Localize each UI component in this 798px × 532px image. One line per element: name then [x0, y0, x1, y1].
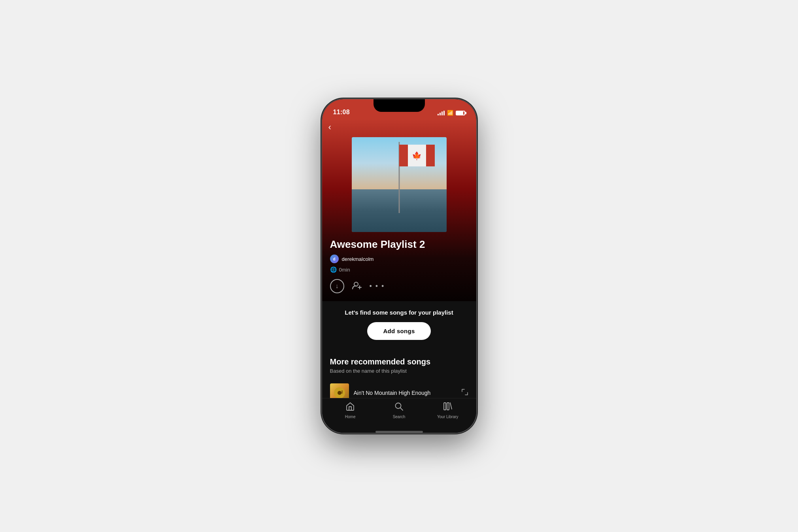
nav-item-search[interactable]: Search — [375, 402, 423, 419]
song-actions-1 — [461, 389, 468, 397]
actions-row: ↓ • • • — [322, 279, 476, 293]
notch — [374, 99, 425, 112]
creator-name[interactable]: derekmalcolm — [342, 256, 374, 262]
recommended-title: More recommended songs — [330, 357, 468, 366]
status-bar: 11:08 📶 — [322, 99, 476, 119]
wifi-icon: 📶 — [447, 110, 453, 116]
svg-line-13 — [400, 408, 403, 411]
nav-item-library[interactable]: Your Library — [423, 402, 472, 419]
nav-label-library: Your Library — [437, 415, 458, 419]
download-button[interactable]: ↓ — [330, 279, 344, 293]
duration-row: 🌐 0min — [330, 266, 468, 273]
back-button[interactable]: ‹ — [328, 122, 331, 132]
add-songs-button[interactable]: Add songs — [367, 322, 430, 340]
creator-avatar: d — [330, 255, 339, 263]
main-content: ‹ 🍁 — [322, 119, 476, 398]
home-icon — [345, 402, 355, 413]
header-nav: ‹ — [322, 119, 476, 134]
phone-screen: 11:08 📶 ‹ — [322, 99, 476, 433]
battery-icon — [456, 111, 465, 115]
playlist-info: Awesome Playlist 2 d derekmalcolm 🌐 0min — [322, 238, 476, 273]
svg-rect-15 — [447, 403, 449, 410]
nav-item-home[interactable]: Home — [326, 402, 375, 419]
bottom-nav: Home Search — [322, 398, 476, 430]
list-item[interactable]: Ain't No Mountain High Enough — [330, 380, 468, 398]
song-info-1: Ain't No Mountain High Enough — [354, 390, 457, 396]
add-user-button[interactable] — [352, 281, 362, 291]
download-icon: ↓ — [336, 283, 339, 290]
album-art: 🍁 — [352, 137, 447, 232]
song-title-1: Ain't No Mountain High Enough — [354, 390, 457, 396]
globe-icon: 🌐 — [330, 266, 337, 273]
library-icon — [443, 402, 453, 413]
svg-point-4 — [338, 391, 341, 395]
search-icon — [394, 402, 403, 413]
nav-label-search: Search — [393, 415, 406, 419]
svg-rect-14 — [444, 403, 446, 410]
home-indicator — [322, 430, 476, 433]
find-songs-section: Let's find some songs for your playlist … — [322, 301, 476, 348]
song-thumbnail-1 — [330, 383, 349, 398]
find-songs-text: Let's find some songs for your playlist — [330, 309, 468, 316]
album-art-container: 🍁 — [322, 134, 476, 238]
more-icon: • • • — [370, 282, 385, 291]
phone-device: 11:08 📶 ‹ — [322, 99, 476, 433]
creator-row: d derekmalcolm — [330, 255, 468, 263]
status-icons: 📶 — [438, 110, 465, 116]
add-user-icon — [352, 281, 362, 291]
more-button[interactable]: • • • — [370, 282, 385, 291]
signal-icon — [438, 111, 445, 115]
duration-text: 0min — [339, 267, 350, 273]
nav-label-home: Home — [345, 415, 356, 419]
status-time: 11:08 — [333, 109, 350, 116]
playlist-title: Awesome Playlist 2 — [330, 238, 468, 251]
expand-icon[interactable] — [461, 389, 468, 397]
recommended-subtitle: Based on the name of this playlist — [330, 368, 468, 374]
recommended-section: More recommended songs Based on the name… — [322, 348, 476, 398]
svg-point-6 — [341, 389, 343, 391]
